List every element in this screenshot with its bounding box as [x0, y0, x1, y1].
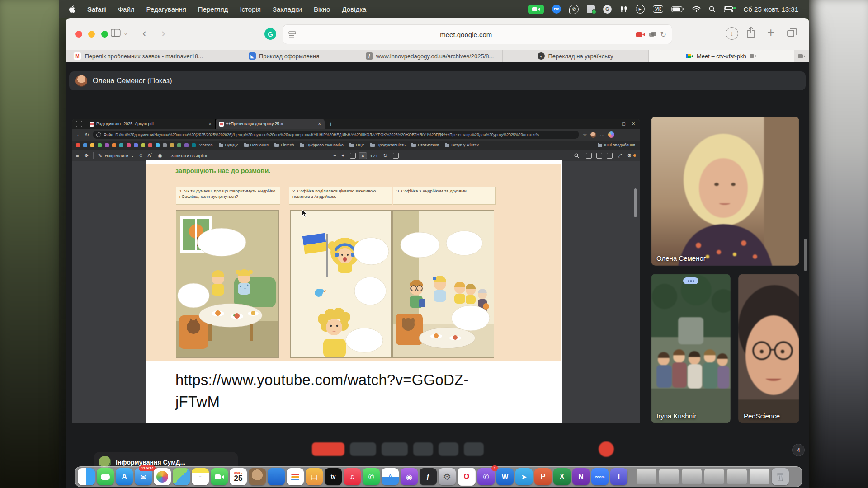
reactions-button[interactable] [413, 442, 433, 456]
more-options-button[interactable] [464, 442, 484, 456]
safari-window: ⌄ ‹ › G meet.google.com ↻ [66, 18, 809, 488]
url-scheme: Файл [104, 132, 113, 137]
battery-icon[interactable] [671, 6, 684, 12]
dock-onenote-icon[interactable]: N [572, 468, 590, 485]
dock-photos-icon[interactable] [154, 468, 171, 485]
presenter-avatar [75, 75, 87, 87]
shared-screen-video[interactable]: Радіодиктант_2025_Аркуш.pdf ✕ ++Презента… [72, 119, 640, 423]
dock-maps-icon[interactable] [173, 468, 190, 485]
minimize-window-button[interactable] [88, 31, 95, 38]
dock-powerpoint-icon[interactable]: P [534, 468, 552, 485]
grammarly-icon[interactable]: G [264, 28, 276, 40]
tab-example[interactable]: ◣ Приклад оформлення [211, 50, 357, 62]
present-button[interactable] [439, 442, 458, 456]
dock-window-thumbnail[interactable] [659, 469, 679, 485]
menu-safari[interactable]: Safari [81, 0, 112, 18]
dock-teams-icon[interactable]: T [610, 468, 627, 485]
screen-recording-icon[interactable] [528, 5, 544, 14]
leave-call-button[interactable] [599, 441, 614, 457]
participant-tile-iryna[interactable]: Iryna Kushnir [651, 274, 731, 423]
dock-translate-icon[interactable]: A [382, 468, 399, 485]
sidebar-toggle-button[interactable]: ⌄ [111, 29, 128, 37]
dock-app-store-icon[interactable]: A [116, 468, 133, 485]
captions-button[interactable] [382, 442, 408, 456]
share-button[interactable] [746, 26, 756, 38]
dock-messages-icon[interactable] [97, 468, 114, 485]
menubar-clock[interactable]: Сб 25 жовт. 13:31 [737, 0, 809, 18]
menu-bookmarks[interactable]: Закладки [267, 0, 308, 18]
dock-facetime-icon[interactable] [211, 468, 228, 485]
dock-viber-icon[interactable]: ✆1 [477, 468, 495, 485]
participant-tile-pedscience[interactable]: PedScience [738, 274, 799, 423]
forward-button[interactable]: › [161, 26, 165, 40]
scrollbar-thumb[interactable] [804, 239, 807, 271]
dock-music-icon[interactable]: ♫ [344, 468, 361, 485]
dock-calendar-icon[interactable]: жовт.25 [230, 468, 247, 485]
play-menubar-icon[interactable]: ▶ [636, 5, 645, 14]
menu-view[interactable]: Перегляд [192, 0, 234, 18]
dock-excel-icon[interactable]: X [553, 468, 571, 485]
dock-fonts-icon[interactable]: ƒ [420, 468, 437, 485]
reader-view-icon[interactable] [288, 31, 296, 38]
tab-meet-active[interactable]: Meet – ctv-xfst-pkh [649, 50, 794, 62]
close-window-button[interactable] [75, 31, 82, 38]
dock-window-thumbnail[interactable] [726, 469, 747, 485]
dock-podcasts-icon[interactable]: ◉ [401, 468, 418, 485]
dock-contacts-icon[interactable] [249, 468, 266, 485]
window-maximize-icon: ▢ [622, 122, 626, 126]
dock-window-thumbnail[interactable] [749, 469, 770, 485]
tab-groups-icon[interactable] [649, 31, 657, 38]
tab-overview-button[interactable] [787, 27, 797, 38]
viber-menubar-icon[interactable]: ✆ [569, 5, 579, 14]
mic-muted-button[interactable] [312, 442, 344, 456]
dock-books-icon[interactable]: ▤ [306, 468, 323, 485]
participant-tile-olena[interactable]: Олена Семеног [651, 117, 799, 266]
dock-apple-tv-icon[interactable]: tv [325, 468, 342, 485]
dock-zoom-icon[interactable]: zoom [591, 468, 609, 485]
dock-telegram-icon[interactable]: ➤ [515, 468, 533, 485]
g-assistant-menubar-icon[interactable]: G [603, 5, 612, 14]
spotlight-search-icon[interactable] [709, 6, 716, 13]
dock-finder-icon[interactable] [78, 468, 95, 485]
reload-icon[interactable]: ↻ [660, 30, 666, 39]
menu-window[interactable]: Вікно [308, 0, 336, 18]
dock-whatsapp-icon[interactable]: ✆ [363, 468, 380, 485]
menu-history[interactable]: Історія [234, 0, 267, 18]
new-tab-button[interactable]: + [767, 25, 774, 40]
dock-trash-icon[interactable] [772, 468, 789, 485]
participant-count-badge[interactable]: 4 [792, 444, 805, 456]
zoom-menubar-icon[interactable]: zm [552, 5, 561, 14]
downloads-button[interactable]: ↓ [726, 27, 738, 40]
tab-translate[interactable]: ◐ Переклад на українську [503, 50, 648, 62]
dock-reminders-icon[interactable] [287, 468, 304, 485]
dock-window-thumbnail[interactable] [704, 469, 725, 485]
camera-button[interactable] [350, 442, 376, 456]
menu-edit[interactable]: Редагування [141, 0, 192, 18]
control-center-icon[interactable] [724, 6, 733, 12]
text-size-icon: Aˆ [147, 153, 152, 158]
tab-innovpedagogy[interactable]: i www.innovpedagogy.od.ua/archives/2025/… [357, 50, 503, 62]
window-camera-icon[interactable] [794, 50, 809, 62]
tab-gmail[interactable]: M Перелік проблемних заявок - marinaver1… [66, 50, 211, 62]
dock-word-icon[interactable]: W [496, 468, 514, 485]
menu-help[interactable]: Довідка [336, 0, 372, 18]
apple-menu[interactable] [59, 0, 81, 18]
menu-file[interactable]: Файл [112, 0, 141, 18]
dock-notes-icon[interactable]: ≡ [192, 468, 209, 485]
dock-mail-icon[interactable]: ✉11 937 [135, 468, 152, 485]
address-bar[interactable]: meet.google.com ↻ [283, 24, 672, 44]
blurred-right-band [811, 0, 868, 488]
tile-menu-pill[interactable] [683, 277, 698, 284]
teams-menubar-icon[interactable] [587, 5, 595, 13]
camera-active-icon[interactable] [636, 32, 645, 38]
dock-window-thumbnail[interactable] [681, 469, 702, 485]
dock-window-thumbnail[interactable] [636, 469, 657, 485]
zoom-window-button[interactable] [101, 31, 108, 38]
input-source-icon[interactable]: УК [653, 5, 664, 13]
back-button[interactable]: ‹ [142, 26, 146, 40]
dock-opera-icon[interactable]: O [458, 468, 476, 486]
dock-keynote-icon[interactable] [268, 468, 285, 485]
dock-settings-icon[interactable]: ⚙ [439, 468, 456, 485]
wifi-icon[interactable] [692, 6, 701, 12]
airpods-menubar-icon[interactable] [620, 6, 627, 13]
